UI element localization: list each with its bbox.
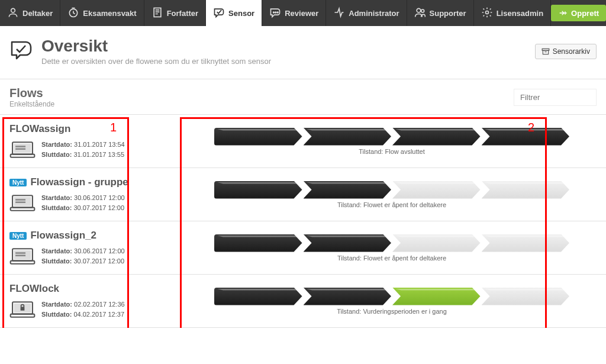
svg-point-0: [11, 8, 15, 12]
svg-rect-23: [11, 207, 35, 210]
chevron-step: [482, 181, 570, 199]
nav-icon: [414, 7, 426, 20]
flow-dates: Startdato: 30.06.2017 12:00Sluttdato: 30…: [41, 193, 125, 212]
flow-row[interactable]: NyttFlowassign - gruppeStartdato: 30.06.…: [0, 168, 606, 221]
page-header: Oversikt Dette er oversikten over de flo…: [0, 26, 606, 79]
plus-arrow-icon: [558, 8, 568, 18]
chevron-step: [482, 128, 570, 146]
nav-forfatter[interactable]: Forfatter: [144, 0, 206, 26]
sensorarkiv-label: Sensorarkiv: [553, 47, 590, 56]
slutt-label: Sluttdato:: [41, 151, 72, 158]
chevron-step: [482, 234, 570, 252]
svg-rect-27: [15, 255, 25, 256]
flow-row[interactable]: FLOWassignStartdato: 31.01.2017 13:54Slu…: [0, 115, 606, 168]
chevron-step: [482, 288, 570, 305]
slutt-label: Sluttdato:: [41, 257, 72, 265]
slutt-value: 30.07.2017 12:00: [73, 204, 124, 211]
nav-label: Deltaker: [22, 9, 53, 18]
nav-sensor[interactable]: Sensor: [206, 0, 262, 26]
flow-name: FLOWlock: [9, 283, 134, 295]
svg-point-6: [417, 8, 421, 12]
start-value: 30.06.2017 12:00: [74, 194, 125, 201]
flow-row[interactable]: FLOWlockStartdato: 02.02.2017 12:36Slutt…: [0, 275, 606, 328]
laptop-icon: [9, 141, 36, 159]
page-subtitle: Dette er oversikten over de flowene som …: [41, 57, 271, 66]
svg-rect-26: [15, 252, 25, 254]
filter-input[interactable]: [514, 89, 597, 106]
start-label: Startdato:: [41, 301, 72, 308]
flow-info: FLOWlockStartdato: 02.02.2017 12:36Slutt…: [9, 283, 134, 319]
svg-rect-22: [15, 201, 25, 203]
flow-meta: Startdato: 30.06.2017 12:00Sluttdato: 30…: [9, 193, 134, 212]
progress-chevrons: [214, 128, 569, 146]
tilstand-label: Tilstand: Vurderingsperioden er i gang: [337, 308, 447, 315]
nav-icon: [67, 7, 79, 20]
flows-header: Flows Enkeltstående: [0, 79, 606, 115]
opprett-group: Opprett: [551, 0, 606, 26]
nav-icon: [213, 7, 225, 20]
nav-administrator[interactable]: Administrator: [326, 0, 407, 26]
flow-meta: Startdato: 30.06.2017 12:00Sluttdato: 30…: [9, 246, 134, 266]
progress-chevrons: [214, 234, 569, 252]
laptop-icon: [9, 194, 36, 212]
annotation-label-2: 2: [528, 121, 534, 134]
progress-chevrons: [214, 181, 569, 199]
opprett-button[interactable]: Opprett: [551, 5, 606, 21]
chevron-step: [214, 288, 302, 305]
tilstand-label: Tilstand: Flowet er åpent for deltakere: [337, 255, 446, 262]
flow-dates: Startdato: 02.02.2017 12:36Sluttdato: 04…: [41, 299, 125, 319]
chevron-step: [392, 181, 481, 199]
sensorarkiv-button[interactable]: Sensorarkiv: [535, 44, 597, 59]
nav-icon: [481, 7, 493, 20]
flow-meta: Startdato: 31.01.2017 13:54Sluttdato: 31…: [9, 140, 134, 159]
chevron-step: [392, 288, 481, 305]
slutt-value: 30.07.2017 12:00: [73, 257, 124, 265]
nav-items: DeltakerEksamensvaktForfatterSensorRevie…: [0, 0, 551, 26]
laptop-icon: [9, 301, 36, 318]
flows-subtitle: Enkeltstående: [9, 100, 54, 108]
nav-deltaker[interactable]: Deltaker: [0, 0, 60, 26]
svg-rect-21: [15, 199, 25, 201]
flow-row[interactable]: NyttFlowassign_2Startdato: 30.06.2017 12…: [0, 221, 606, 275]
svg-point-5: [278, 12, 279, 13]
flow-meta: Startdato: 02.02.2017 12:36Sluttdato: 04…: [9, 299, 134, 319]
nytt-badge: Nytt: [9, 232, 27, 240]
svg-point-8: [485, 11, 488, 14]
nav-label: Sensor: [228, 9, 254, 18]
tilstand-label: Tilstand: Flow avsluttet: [359, 148, 424, 155]
nav-label: Forfatter: [167, 9, 198, 18]
chevron-step: [214, 234, 302, 252]
nav-label: Lisensadmin: [497, 9, 543, 18]
nytt-badge: Nytt: [9, 179, 27, 186]
tilstand-label: Tilstand: Flowet er åpent for deltakere: [337, 201, 446, 208]
flow-name: NyttFlowassign - gruppe: [9, 176, 134, 188]
flow-progress: Tilstand: Flowet er åpent for deltakere: [134, 176, 597, 212]
nav-label: Reviewer: [285, 9, 318, 18]
nav-icon: [7, 7, 19, 20]
nav-icon: [269, 7, 281, 20]
nav-supporter[interactable]: Supporter: [407, 0, 474, 26]
chevron-step: [304, 181, 392, 199]
opprett-label: Opprett: [571, 9, 599, 18]
chevron-step: [214, 128, 302, 146]
svg-rect-13: [543, 50, 548, 54]
nav-reviewer[interactable]: Reviewer: [262, 0, 326, 26]
start-value: 30.06.2017 12:00: [74, 247, 125, 255]
top-nav: DeltakerEksamensvaktForfatterSensorRevie…: [0, 0, 606, 26]
svg-rect-16: [15, 146, 25, 147]
nav-lisensadmin[interactable]: Lisensadmin: [474, 0, 551, 26]
svg-rect-18: [11, 154, 35, 157]
nav-eksamensvakt[interactable]: Eksamensvakt: [60, 0, 144, 26]
start-value: 02.02.2017 12:36: [74, 301, 125, 308]
flow-dates: Startdato: 31.01.2017 13:54Sluttdato: 31…: [41, 140, 125, 159]
chevron-step: [392, 234, 481, 252]
oversikt-icon: [9, 40, 33, 63]
start-label: Startdato:: [41, 247, 72, 255]
slutt-label: Sluttdato:: [41, 204, 72, 211]
flow-progress: Tilstand: Vurderingsperioden er i gang: [134, 283, 597, 319]
chevron-step: [304, 128, 392, 146]
chevron-step: [304, 288, 392, 305]
start-label: Startdato:: [41, 141, 72, 148]
slutt-value: 31.01.2017 13:55: [73, 151, 124, 158]
flow-progress: Tilstand: Flow avsluttet: [134, 123, 597, 159]
